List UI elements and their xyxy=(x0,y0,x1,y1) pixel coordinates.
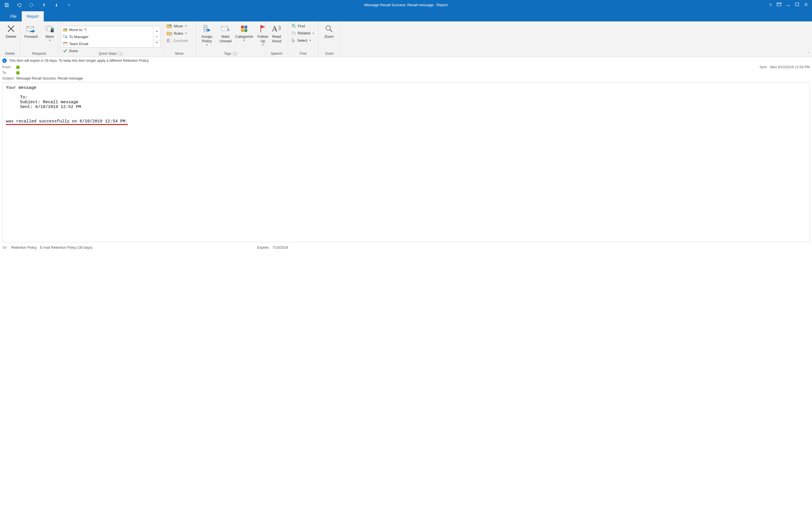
rules-button[interactable]: Rules▾ xyxy=(165,30,189,37)
title-bar: ▾ Message Recall Success: Recall message… xyxy=(0,0,812,10)
cursor-icon xyxy=(292,38,296,43)
group-label-respond: Respond xyxy=(20,51,58,57)
body-subject-line: Subject: Recall message xyxy=(6,100,806,105)
svg-rect-20 xyxy=(241,29,244,32)
svg-point-23 xyxy=(292,24,294,27)
search-icon xyxy=(292,24,296,28)
dialog-launcher-icon[interactable]: ↘ xyxy=(119,52,122,55)
forward-icon xyxy=(26,24,36,34)
svg-point-27 xyxy=(4,247,4,248)
read-aloud-button[interactable]: A Read Aloud xyxy=(267,23,286,44)
save-icon[interactable] xyxy=(4,2,9,8)
svg-text:N: N xyxy=(167,40,169,42)
status-bar: Retention Policy E-mail Retention Policy… xyxy=(0,244,812,251)
sent-label: Sent xyxy=(760,65,767,69)
retention-policy-label: Retention Policy xyxy=(11,245,37,250)
to-label: To xyxy=(2,71,16,75)
expires-label: Expires xyxy=(257,245,269,250)
collapse-ribbon-icon[interactable]: ˆ xyxy=(808,52,809,56)
svg-text:A: A xyxy=(272,25,278,33)
maximize-icon[interactable] xyxy=(795,3,799,7)
retention-policy-value: E-mail Retention Policy (30 days) xyxy=(40,245,92,250)
related-button[interactable]: Related▾ xyxy=(290,30,316,36)
svg-rect-14 xyxy=(204,25,207,27)
previous-item-icon[interactable] xyxy=(41,2,47,8)
svg-rect-1 xyxy=(796,3,799,6)
group-label-speech: Speech xyxy=(265,51,288,57)
ribbon-display-options-icon[interactable] xyxy=(777,3,781,7)
help-icon[interactable]: ? xyxy=(769,3,772,7)
next-item-icon[interactable] xyxy=(54,2,59,8)
related-icon xyxy=(292,31,296,35)
delete-icon xyxy=(6,24,16,34)
svg-rect-18 xyxy=(241,26,244,28)
categorize-icon xyxy=(239,24,249,34)
move-button[interactable]: Move▾ xyxy=(165,23,188,29)
svg-rect-21 xyxy=(244,29,247,32)
forward-button[interactable]: Forward xyxy=(22,23,40,39)
mail-forward-icon xyxy=(63,35,68,38)
info-icon: i xyxy=(2,58,7,63)
folder-move-icon xyxy=(167,24,172,28)
svg-rect-15 xyxy=(204,27,207,30)
redo-icon[interactable] xyxy=(29,2,34,8)
ribbon-tabstrip: File Report xyxy=(0,10,812,21)
svg-rect-25 xyxy=(293,33,296,35)
ribbon: Delete Delete Forward More Respond xyxy=(0,21,812,57)
tab-report[interactable]: Report xyxy=(22,11,44,21)
delete-button[interactable]: Delete xyxy=(2,23,20,39)
group-label-delete: Delete xyxy=(0,51,20,57)
subject-value: Message Recall Success: Recall message xyxy=(16,76,83,80)
window-controls: ? xyxy=(769,3,812,7)
categorize-button[interactable]: Categorize xyxy=(235,23,253,42)
svg-rect-6 xyxy=(51,28,53,30)
zoom-button[interactable]: Zoom xyxy=(320,23,338,39)
group-label-move: Move xyxy=(163,51,196,57)
undo-icon[interactable] xyxy=(16,2,22,8)
mail-team-icon xyxy=(63,42,68,45)
subject-label: Subject xyxy=(2,76,16,80)
minimize-icon[interactable] xyxy=(786,3,790,7)
qs-move-to[interactable]: Move to: ? xyxy=(61,26,109,33)
body-to-line: To: xyxy=(6,95,806,100)
svg-rect-19 xyxy=(244,26,247,28)
quick-steps-more-button[interactable]: ▴▾▾ xyxy=(153,26,160,48)
body-result-line: was recalled successfully on 6/10/2019 1… xyxy=(6,119,806,125)
svg-point-26 xyxy=(326,26,330,30)
select-button[interactable]: Select▾ xyxy=(290,37,313,44)
close-icon[interactable] xyxy=(804,3,808,7)
from-label: From xyxy=(2,65,16,69)
svg-rect-9 xyxy=(63,42,67,43)
assign-policy-icon xyxy=(202,24,212,34)
group-label-find: Find xyxy=(288,51,318,57)
tab-file[interactable]: File xyxy=(5,11,22,21)
mark-unread-button[interactable]: Mark Unread xyxy=(216,23,235,44)
customize-qat-icon[interactable]: ▾ xyxy=(66,2,72,8)
retention-tag-icon xyxy=(3,245,8,250)
more-respond-button[interactable]: More xyxy=(40,23,59,42)
quick-access-toolbar: ▾ xyxy=(0,2,72,8)
zoom-icon xyxy=(324,24,334,34)
assign-policy-button[interactable]: Assign Policy xyxy=(198,23,216,46)
group-label-tags: Tags ↘ xyxy=(196,51,265,57)
find-button[interactable]: Find xyxy=(290,23,306,29)
dialog-launcher-icon[interactable]: ↘ xyxy=(233,52,237,55)
onenote-button[interactable]: N OneNote xyxy=(165,37,190,44)
message-body: Your message To: Subject: Recall message… xyxy=(2,82,810,242)
retention-info-text: This item will expire in 29 days. To kee… xyxy=(9,59,149,62)
rules-icon xyxy=(167,31,172,35)
group-label-quicksteps: Quick Steps ↘ xyxy=(58,51,163,57)
group-label-zoom: Zoom xyxy=(318,51,341,57)
folder-move-icon xyxy=(63,28,68,32)
onenote-icon: N xyxy=(167,38,172,43)
svg-rect-0 xyxy=(777,3,781,6)
presence-indicator xyxy=(16,71,20,74)
quick-steps-gallery[interactable]: Move to: ? To Manager Team Email Done xyxy=(61,26,153,48)
qs-to-manager[interactable]: To Manager xyxy=(61,33,109,40)
message-header: From Sent Mon 6/10/2019 12:54 PM To Subj… xyxy=(0,64,812,81)
qs-team-email[interactable]: Team Email xyxy=(61,40,109,47)
expires-value: 7/10/2019 xyxy=(272,245,288,250)
retention-info-bar: i This item will expire in 29 days. To k… xyxy=(0,57,812,64)
body-sent-line: Sent: 6/10/2019 12:52 PM xyxy=(6,105,806,109)
body-intro: Your message xyxy=(6,85,806,90)
